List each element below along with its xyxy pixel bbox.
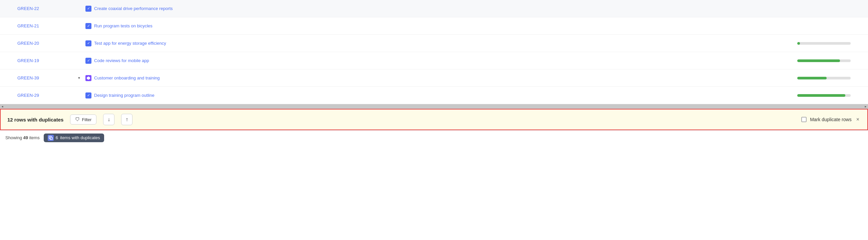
table-row: GREEN-22Create coaxial drive performance… [0, 0, 868, 17]
row-name[interactable]: Test app for energy storage efficiency [86, 40, 797, 47]
row-id[interactable]: GREEN-22 [4, 6, 78, 11]
row-name[interactable]: Create coaxial drive performance reports [86, 6, 797, 12]
row-progress [797, 59, 864, 62]
sort-up-button[interactable]: ↑ [121, 114, 132, 125]
close-banner-button[interactable]: × [855, 115, 861, 124]
filter-icon: ⛉ [75, 117, 80, 122]
badge-count: 6 [56, 135, 58, 140]
duplicates-badge[interactable]: 2 6 items with duplicates [44, 133, 104, 142]
svg-marker-0 [87, 77, 90, 80]
status-bar: Showing 49 items 2 6 items with duplicat… [0, 130, 868, 145]
table-row: GREEN-21Run program tests on bicycles [0, 17, 868, 35]
checkbox-icon [86, 23, 91, 29]
duplicate-number: 12 [7, 117, 13, 122]
duplicate-count: 12 rows with duplicates [7, 117, 63, 122]
showing-count: 49 [23, 135, 28, 140]
progress-bar-fill [797, 59, 840, 62]
row-name-text: Code reviews for mobile app [94, 58, 149, 63]
row-name-text: Design training program outline [94, 93, 155, 98]
row-progress [797, 77, 864, 80]
row-id[interactable]: GREEN-39 [4, 76, 78, 81]
progress-bar-container [797, 77, 850, 80]
row-progress [797, 94, 864, 97]
showing-text: Showing 49 items [5, 135, 40, 140]
scroll-right-arrow[interactable]: ► [863, 104, 868, 109]
row-name-text: Customer onboarding and training [94, 76, 160, 81]
table-row: GREEN-39▼Customer onboarding and trainin… [0, 69, 868, 87]
duplicate-count-label: rows with duplicates [14, 117, 64, 122]
horizontal-scrollbar[interactable]: ◄ ► [0, 104, 868, 109]
progress-bar-fill [797, 77, 827, 80]
row-name[interactable]: Design training program outline [86, 92, 797, 98]
scroll-left-arrow[interactable]: ◄ [0, 104, 5, 109]
mark-duplicate-area: Mark duplicate rows × [801, 115, 861, 124]
close-icon: × [856, 117, 859, 122]
checkbox-icon [86, 58, 91, 64]
row-name-text: Create coaxial drive performance reports [94, 6, 173, 11]
progress-bar-container [797, 59, 850, 62]
progress-bar-fill [797, 94, 845, 97]
story-icon [86, 75, 91, 81]
table-row: GREEN-20Test app for energy storage effi… [0, 35, 868, 52]
row-id[interactable]: GREEN-19 [4, 58, 78, 63]
row-name-text: Test app for energy storage efficiency [94, 41, 166, 46]
sort-down-icon: ↓ [107, 117, 110, 122]
row-name[interactable]: Code reviews for mobile app [86, 58, 797, 64]
checkbox-icon [86, 92, 91, 98]
row-id[interactable]: GREEN-21 [4, 23, 78, 28]
progress-bar-fill [797, 42, 800, 45]
row-name[interactable]: Customer onboarding and training [86, 75, 797, 81]
checkbox-icon [86, 6, 91, 12]
progress-bar-container [797, 42, 850, 45]
row-name-text: Run program tests on bicycles [94, 23, 153, 28]
badge-icon: 2 [48, 135, 54, 141]
table-row: GREEN-19Code reviews for mobile app [0, 52, 868, 69]
mark-duplicate-checkbox[interactable] [801, 117, 807, 122]
showing-label: Showing [5, 135, 22, 140]
progress-bar-container [797, 94, 850, 97]
mark-duplicate-label: Mark duplicate rows [810, 117, 851, 122]
row-expand[interactable]: ▼ [78, 76, 86, 80]
table-area: GREEN-22Create coaxial drive performance… [0, 0, 868, 145]
badge-label: items with duplicates [60, 135, 100, 140]
row-name[interactable]: Run program tests on bicycles [86, 23, 797, 29]
filter-button[interactable]: ⛉ Filter [70, 115, 96, 124]
row-progress [797, 42, 864, 45]
checkbox-icon [86, 40, 91, 47]
row-id[interactable]: GREEN-20 [4, 41, 78, 46]
sort-down-button[interactable]: ↓ [103, 114, 115, 125]
table-row: GREEN-29Design training program outline [0, 87, 868, 104]
filter-label: Filter [82, 117, 91, 122]
showing-suffix: items [29, 135, 40, 140]
svg-text:2: 2 [51, 138, 52, 140]
duplicate-banner: 12 rows with duplicates ⛉ Filter ↓ ↑ Mar… [0, 109, 868, 130]
row-id[interactable]: GREEN-29 [4, 93, 78, 98]
sort-up-icon: ↑ [125, 117, 128, 122]
